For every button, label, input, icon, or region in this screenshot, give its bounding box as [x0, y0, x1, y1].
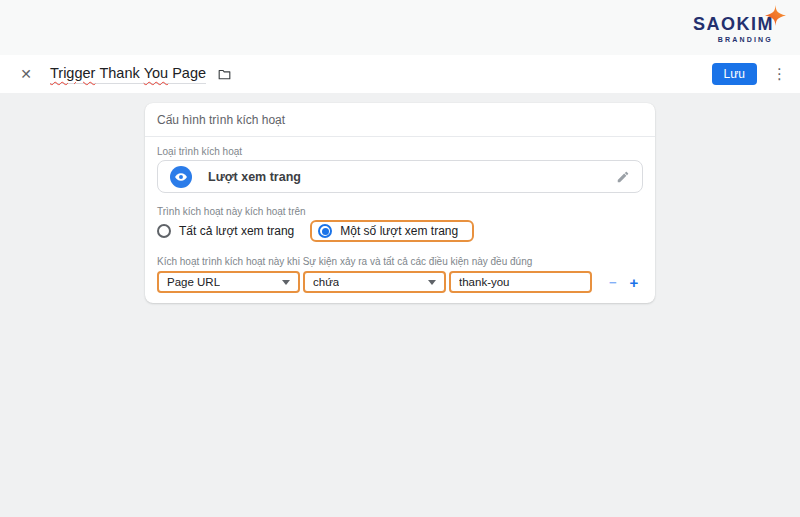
radio-some-pageviews[interactable]: Một số lượt xem trang [318, 224, 458, 238]
trigger-type-label: Loại trình kích hoạt [157, 146, 643, 157]
condition-value-input[interactable]: thank-you [449, 271, 592, 293]
radio-unselected-icon [157, 224, 171, 238]
trigger-name-part: Page [172, 65, 206, 81]
condition-row: Page URL chứa thank-you − + [157, 271, 643, 293]
trigger-name-part: Thank [99, 65, 139, 81]
condition-operator-select[interactable]: chứa [303, 271, 446, 293]
trigger-config-card: Cấu hình trình kích hoạt Loại trình kích… [145, 103, 655, 303]
card-title: Cấu hình trình kích hoạt [145, 103, 655, 137]
close-icon[interactable]: ✕ [16, 66, 36, 82]
changed-field-highlight: Một số lượt xem trang [310, 220, 474, 242]
radio-all-label: Tất cả lượt xem trang [179, 224, 294, 238]
add-condition-button[interactable]: + [630, 274, 639, 291]
app-bar: ✕ Trigger Thank You Page Lưu ⋮ [0, 55, 800, 93]
star-sparkle-icon [765, 5, 786, 26]
radio-some-label: Một số lượt xem trang [340, 224, 458, 238]
trigger-name-field[interactable]: Trigger Thank You Page [50, 65, 206, 84]
trigger-name-part: You [144, 65, 168, 81]
fires-on-label: Trình kích hoạt này kích hoạt trên [157, 206, 643, 217]
condition-variable-value: Page URL [167, 276, 220, 288]
saokim-logo-text: SAOKIM [693, 14, 774, 34]
trigger-name-part: Trigger [50, 65, 95, 81]
saokim-logo: SAOKIM BRANDING [693, 15, 774, 43]
edit-pencil-icon[interactable] [616, 170, 630, 184]
save-button[interactable]: Lưu [712, 63, 757, 85]
chevron-down-icon [282, 280, 290, 285]
radio-all-pageviews[interactable]: Tất cả lượt xem trang [157, 224, 294, 238]
top-brand-strip: SAOKIM BRANDING [0, 0, 800, 55]
remove-condition-button[interactable]: − [609, 275, 617, 290]
card-body: Loại trình kích hoạt Lượt xem trang Trìn… [145, 137, 655, 303]
pageview-eye-icon [170, 166, 192, 188]
folder-icon[interactable] [216, 67, 233, 82]
saokim-logo-tagline: BRANDING [693, 36, 774, 43]
chevron-down-icon [428, 280, 436, 285]
condition-value-text: thank-you [459, 276, 510, 288]
condition-variable-select[interactable]: Page URL [157, 271, 300, 293]
condition-operator-value: chứa [313, 276, 339, 288]
radio-selected-icon [318, 224, 332, 238]
fires-on-options: Tất cả lượt xem trang Một số lượt xem tr… [157, 220, 643, 242]
trigger-type-value: Lượt xem trang [208, 170, 301, 184]
overflow-menu-icon[interactable]: ⋮ [772, 65, 784, 83]
saokim-logo-word: SAOKIM [693, 15, 774, 33]
conditions-label: Kích hoạt trình kích hoạt này khi Sự kiệ… [157, 256, 643, 267]
trigger-type-box[interactable]: Lượt xem trang [157, 160, 643, 193]
